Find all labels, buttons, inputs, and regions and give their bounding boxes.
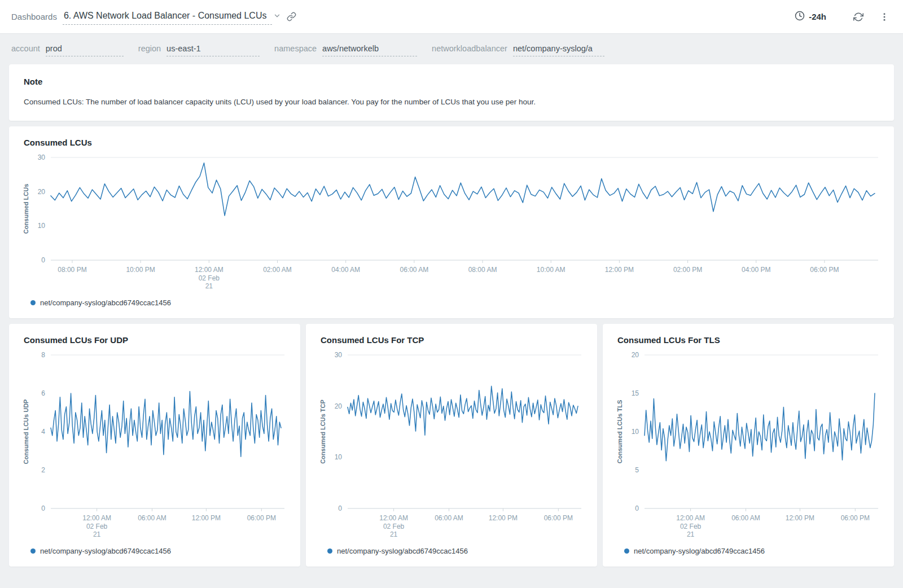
note-panel: Note Consumed LCUs: The number of load b… [9,64,894,121]
time-range-label: -24h [809,12,826,21]
svg-text:12:00 PM: 12:00 PM [192,514,221,522]
svg-text:12:00 AM: 12:00 AM [82,514,111,522]
chart-panel-consumed-lcus: Consumed LCUs 0102030Consumed LCUs08:00 … [9,126,894,318]
svg-text:08:00 PM: 08:00 PM [58,266,86,274]
svg-text:02:00 AM: 02:00 AM [263,266,292,274]
series-line[interactable] [51,392,281,457]
svg-text:12:00 PM: 12:00 PM [786,514,814,522]
filter-namespace: namespace aws/networkelb [274,44,417,56]
svg-text:15: 15 [632,389,639,397]
legend-dot [327,548,332,554]
line-chart-tls[interactable]: 05101520Consumed LCUs TLS12:00 AM02 Feb2… [614,350,883,541]
svg-text:10: 10 [632,428,639,436]
svg-text:20: 20 [38,188,46,196]
svg-text:06:00 PM: 06:00 PM [810,266,839,274]
svg-text:8: 8 [41,351,45,359]
chevron-down-icon[interactable] [273,12,281,22]
dashboard-title-dropdown[interactable]: 6. AWS Network Load Balancer - Consumed … [63,9,285,25]
legend-label: net/company-syslog/abcd6749ccac1456 [634,547,765,555]
y-axis: 02468Consumed LCUs UDP [23,351,45,512]
svg-text:08:00 AM: 08:00 AM [468,266,497,274]
svg-text:0: 0 [338,504,342,512]
svg-text:21: 21 [93,530,101,538]
filter-namespace-value[interactable]: aws/networkelb [322,44,417,56]
x-axis: 12:00 AM02 Feb2106:00 AM12:00 PM06:00 PM [676,508,870,538]
svg-text:10:00 PM: 10:00 PM [126,266,155,274]
series-line[interactable] [51,163,875,216]
chart-title: Consumed LCUs For UDP [24,335,289,345]
chart-legend[interactable]: net/company-syslog/abcd6749ccac1456 [20,293,883,315]
chart-svg: 0102030Consumed LCUs TCP12:00 AM02 Feb21… [317,350,586,541]
kebab-menu-icon[interactable] [877,10,892,24]
link-icon[interactable] [284,10,299,24]
clock-icon [795,11,805,23]
chart-title: Consumed LCUs For TLS [617,335,883,345]
chart-panel-tcp: Consumed LCUs For TCP 0102030Consumed LC… [306,324,597,567]
filter-region-value[interactable]: us-east-1 [166,44,260,56]
svg-text:0: 0 [41,504,45,512]
legend-label: net/company-syslog/abcd6749ccac1456 [40,547,171,555]
svg-text:06:00 AM: 06:00 AM [731,514,760,522]
top-bar: Dashboards 6. AWS Network Load Balancer … [0,0,903,34]
svg-text:21: 21 [205,282,213,290]
breadcrumb[interactable]: Dashboards [11,12,57,21]
filter-label: region [138,44,161,53]
line-chart-tcp[interactable]: 0102030Consumed LCUs TCP12:00 AM02 Feb21… [317,350,586,541]
x-axis: 08:00 PM10:00 PM12:00 AM02 Feb2102:00 AM… [58,260,839,290]
bottom-chart-row: Consumed LCUs For UDP 02468Consumed LCUs… [9,324,894,567]
chart-svg: 05101520Consumed LCUs TLS12:00 AM02 Feb2… [614,350,883,541]
series-line[interactable] [645,393,875,461]
svg-text:20: 20 [335,402,343,410]
line-chart-udp[interactable]: 02468Consumed LCUs UDP12:00 AM02 Feb2106… [20,350,289,541]
refresh-button[interactable] [851,10,866,24]
svg-text:Consumed LCUs: Consumed LCUs [23,184,29,234]
chart-legend[interactable]: net/company-syslog/abcd6749ccac1456 [317,541,586,563]
svg-text:06:00 AM: 06:00 AM [435,514,463,522]
svg-text:Consumed LCUs TLS: Consumed LCUs TLS [616,400,623,463]
line-chart-consumed-lcus[interactable]: 0102030Consumed LCUs08:00 PM10:00 PM12:0… [20,153,883,293]
svg-text:04:00 AM: 04:00 AM [331,266,360,274]
filter-bar: account prod region us-east-1 namespace … [0,34,903,64]
filter-account: account prod [11,44,124,56]
chart-legend[interactable]: net/company-syslog/abcd6749ccac1456 [614,541,883,563]
legend-dot [624,548,629,554]
svg-text:12:00 AM: 12:00 AM [676,514,705,522]
chart-svg: 0102030Consumed LCUs08:00 PM10:00 PM12:0… [20,153,883,293]
svg-text:0: 0 [41,256,45,264]
svg-text:Consumed LCUs UDP: Consumed LCUs UDP [23,400,29,464]
svg-text:4: 4 [41,428,45,436]
series-line[interactable] [348,386,578,435]
filter-account-value[interactable]: prod [46,44,124,56]
svg-text:10: 10 [38,222,46,230]
svg-text:12:00 PM: 12:00 PM [605,266,634,274]
filter-region: region us-east-1 [138,44,260,56]
svg-text:2: 2 [41,466,45,474]
svg-text:06:00 PM: 06:00 PM [247,514,276,522]
filter-networkloadbalancer-value[interactable]: net/company-syslog/a [513,44,604,56]
legend-dot [30,300,36,305]
legend-label: net/company-syslog/abcd6749ccac1456 [337,547,468,555]
chart-title: Consumed LCUs [24,138,883,147]
svg-text:5: 5 [635,466,639,474]
chart-panel-udp: Consumed LCUs For UDP 02468Consumed LCUs… [9,324,300,567]
y-axis: 05101520Consumed LCUs TLS [616,351,639,512]
svg-text:30: 30 [335,351,343,359]
svg-text:12:00 AM: 12:00 AM [195,266,223,274]
time-range-control[interactable]: -24h [795,11,826,23]
x-axis: 12:00 AM02 Feb2106:00 AM12:00 PM06:00 PM [379,508,573,538]
svg-text:06:00 AM: 06:00 AM [138,514,166,522]
svg-text:02 Feb: 02 Feb [199,274,220,282]
svg-text:02:00 PM: 02:00 PM [673,266,702,274]
filter-networkloadbalancer: networkloadbalancer net/company-syslog/a [432,44,604,56]
svg-text:6: 6 [41,389,45,397]
y-axis: 0102030Consumed LCUs [23,153,45,264]
svg-text:Consumed LCUs TCP: Consumed LCUs TCP [319,400,326,464]
svg-text:10: 10 [335,453,343,461]
svg-text:20: 20 [632,351,639,359]
svg-text:02 Feb: 02 Feb [680,523,702,530]
dashboard-title[interactable]: 6. AWS Network Load Balancer - Consumed … [63,9,273,25]
note-body: Consumed LCUs: The number of load balanc… [24,98,879,106]
gridlines [348,355,581,508]
chart-svg: 02468Consumed LCUs UDP12:00 AM02 Feb2106… [20,350,289,541]
chart-legend[interactable]: net/company-syslog/abcd6749ccac1456 [20,541,289,563]
